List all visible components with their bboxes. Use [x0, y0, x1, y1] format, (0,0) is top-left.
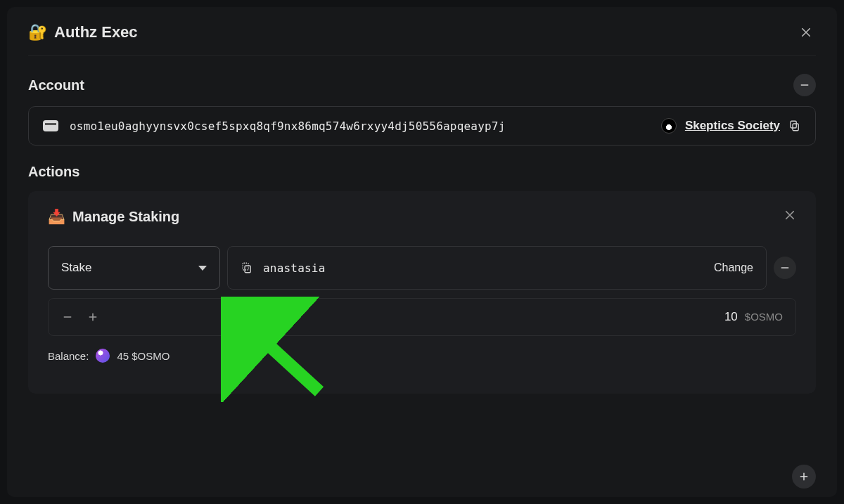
account-box: osmo1eu0aghyynsvx0csef5spxq8qf9nx86mq574…	[28, 106, 816, 146]
collapse-account-button[interactable]	[793, 74, 816, 96]
change-validator-button[interactable]: Change	[714, 261, 753, 274]
validator-left: anastasia	[241, 261, 326, 275]
collapse-validator-wrapper	[774, 246, 796, 290]
balance-label: Balance:	[48, 350, 89, 362]
lock-icon: 🔐	[28, 23, 47, 41]
svg-rect-0	[793, 124, 798, 131]
minus-icon	[799, 79, 810, 91]
copy-icon[interactable]	[788, 119, 801, 132]
panel-header: 🔐 Authz Exec	[28, 22, 816, 56]
decrement-button[interactable]	[61, 311, 74, 323]
svg-rect-2	[245, 266, 250, 273]
amount-stepper	[61, 311, 99, 323]
account-address: osmo1eu0aghyynsvx0csef5spxq8qf9nx86mq574…	[70, 119, 505, 133]
minus-icon	[62, 311, 73, 323]
account-section-header: Account	[28, 74, 816, 96]
manage-staking-card: 📥 Manage Staking Stake anastasia	[28, 191, 816, 394]
entity-link[interactable]: Skeptics Society	[685, 119, 780, 133]
avatar	[661, 118, 677, 134]
minus-icon	[779, 262, 791, 273]
copy-icon[interactable]	[241, 261, 253, 274]
amount-denom: $OSMO	[745, 311, 783, 323]
stake-config-row: Stake anastasia Change	[48, 246, 796, 290]
actions-section-title: Actions	[28, 164, 79, 180]
validator-box: anastasia Change	[227, 246, 767, 290]
stake-type-select[interactable]: Stake	[48, 246, 220, 290]
amount-value: 10	[724, 310, 738, 324]
account-left: osmo1eu0aghyynsvx0csef5spxq8qf9nx86mq574…	[43, 119, 505, 133]
osmo-token-icon	[96, 349, 110, 363]
remove-action-button[interactable]	[784, 209, 796, 224]
stake-type-value: Stake	[61, 261, 91, 275]
plus-icon	[798, 471, 810, 482]
close-panel-button[interactable]	[796, 22, 816, 42]
close-icon	[784, 209, 796, 221]
svg-rect-3	[243, 263, 248, 270]
action-card-header: 📥 Manage Staking	[48, 208, 796, 225]
action-card-title-wrap: 📥 Manage Staking	[48, 208, 179, 225]
increment-button[interactable]	[87, 311, 99, 323]
panel-title: Authz Exec	[54, 23, 138, 41]
amount-row: 10 $OSMO	[48, 298, 796, 336]
panel-title-wrap: 🔐 Authz Exec	[28, 23, 138, 41]
wallet-icon	[43, 120, 58, 131]
amount-display[interactable]: 10 $OSMO	[724, 310, 783, 324]
inbox-icon: 📥	[48, 208, 65, 225]
balance-row: Balance: 45 $OSMO	[48, 349, 796, 363]
chevron-down-icon	[198, 266, 207, 271]
validator-name: anastasia	[263, 261, 326, 275]
svg-rect-1	[791, 121, 796, 128]
actions-section-header: Actions	[28, 164, 816, 180]
collapse-validator-button[interactable]	[774, 257, 796, 279]
authz-exec-panel: 🔐 Authz Exec Account osmo1eu0aghyynsvx0c…	[7, 7, 837, 497]
plus-icon	[87, 311, 98, 323]
account-section-title: Account	[28, 77, 84, 93]
add-action-button[interactable]	[792, 465, 816, 489]
close-icon	[800, 26, 812, 39]
account-right: Skeptics Society	[661, 118, 801, 134]
action-card-title: Manage Staking	[72, 209, 179, 225]
balance-value: 45 $OSMO	[117, 350, 170, 362]
